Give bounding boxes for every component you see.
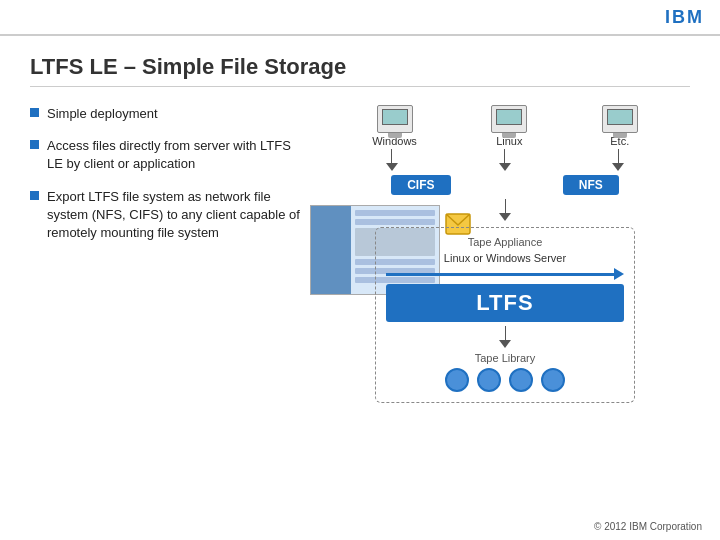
arrow-to-appliance [335,199,675,221]
diagram: Windows Linux Etc. [335,105,675,403]
tape-circle-3 [509,368,533,392]
bullet-text-3: Export LTFS file system as network file … [47,188,300,243]
bullet-icon-1 [30,108,39,117]
copyright-text: © 2012 IBM Corporation [594,521,702,532]
ltfs-box: LTFS [386,284,624,322]
linux-computer-icon [491,105,527,133]
client-row: Windows Linux Etc. [335,105,675,147]
windows-computer-icon [377,105,413,133]
bullet-item-3: Export LTFS file system as network file … [30,188,300,243]
tape-circle-2 [477,368,501,392]
bullet-text-1: Simple deployment [47,105,158,123]
etc-computer-icon [602,105,638,133]
tape-circle-4 [541,368,565,392]
arrow-down-3 [612,149,624,171]
left-column: Simple deployment Access files directly … [30,105,300,403]
content-area: Simple deployment Access files directly … [30,105,690,403]
arrow-down-1 [386,149,398,171]
tape-appliance-label: Tape Appliance [386,236,624,248]
bullet-icon-2 [30,140,39,149]
bullet-item-1: Simple deployment [30,105,300,123]
cifs-box: CIFS [391,175,450,195]
tape-circles [386,368,624,392]
main-content: LTFS LE – Simple File Storage Simple dep… [0,36,720,413]
client-windows: Windows [372,105,417,147]
footer: © 2012 IBM Corporation [594,521,702,532]
client-etc: Etc. [602,105,638,147]
tape-library-label: Tape Library [386,352,624,364]
tape-circle-1 [445,368,469,392]
arrow-down-2 [499,149,511,171]
arrow-to-tape [386,326,624,348]
top-bar: IBM [0,0,720,36]
nfs-box: NFS [563,175,619,195]
page-title: LTFS LE – Simple File Storage [30,54,690,87]
bullet-text-2: Access files directly from server with L… [47,137,300,173]
protocol-row: CIFS NFS [335,175,675,195]
client-linux: Linux [491,105,527,147]
bullet-icon-3 [30,191,39,200]
horiz-arrow-ltfs [386,268,624,280]
tape-appliance-box: Tape Appliance Linux or Windows Server L… [375,227,635,403]
right-column: Windows Linux Etc. [320,105,690,403]
tape-library-section: Tape Library [386,352,624,392]
server-label: Linux or Windows Server [386,252,624,264]
arrows-down-row [335,149,675,171]
bullet-item-2: Access files directly from server with L… [30,137,300,173]
ibm-logo: IBM [665,7,704,28]
